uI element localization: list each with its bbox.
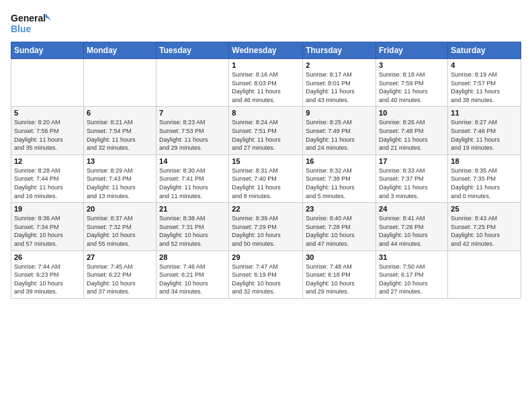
day-number: 30 — [306, 253, 373, 261]
day-info: Sunrise: 8:29 AM Sunset: 7:43 PM Dayligh… — [87, 167, 153, 200]
day-number: 14 — [159, 157, 226, 165]
day-number: 20 — [87, 205, 153, 213]
day-info: Sunrise: 8:17 AM Sunset: 8:01 PM Dayligh… — [306, 71, 373, 104]
day-cell: 31Sunrise: 7:50 AM Sunset: 6:17 PM Dayli… — [376, 250, 448, 298]
day-cell — [83, 59, 156, 107]
day-number: 17 — [379, 157, 445, 165]
day-info: Sunrise: 8:25 AM Sunset: 7:49 PM Dayligh… — [306, 118, 373, 152]
week-row-3: 19Sunrise: 8:36 AM Sunset: 7:34 PM Dayli… — [11, 203, 521, 250]
day-number: 1 — [232, 61, 300, 69]
day-number: 4 — [451, 61, 518, 69]
day-number: 10 — [379, 109, 445, 117]
day-number: 18 — [451, 157, 518, 165]
day-info: Sunrise: 8:32 AM Sunset: 7:38 PM Dayligh… — [306, 167, 373, 200]
day-number: 5 — [14, 109, 81, 117]
day-cell: 27Sunrise: 7:45 AM Sunset: 6:22 PM Dayli… — [83, 250, 156, 298]
day-info: Sunrise: 8:31 AM Sunset: 7:40 PM Dayligh… — [232, 167, 300, 200]
day-cell: 3Sunrise: 8:18 AM Sunset: 7:59 PM Daylig… — [376, 59, 448, 107]
day-info: Sunrise: 8:33 AM Sunset: 7:37 PM Dayligh… — [379, 167, 445, 200]
day-cell: 21Sunrise: 8:38 AM Sunset: 7:31 PM Dayli… — [157, 203, 229, 250]
header-tuesday: Tuesday — [157, 42, 229, 59]
day-number: 15 — [232, 157, 300, 165]
svg-text:General: General — [11, 13, 46, 24]
day-info: Sunrise: 8:16 AM Sunset: 8:03 PM Dayligh… — [232, 71, 300, 104]
day-info: Sunrise: 8:26 AM Sunset: 7:48 PM Dayligh… — [379, 118, 445, 152]
week-row-1: 5Sunrise: 8:20 AM Sunset: 7:56 PM Daylig… — [11, 107, 521, 154]
logo-svg: General Blue — [11, 11, 51, 38]
day-number: 25 — [451, 205, 518, 213]
day-info: Sunrise: 8:35 AM Sunset: 7:35 PM Dayligh… — [451, 167, 518, 200]
day-cell: 16Sunrise: 8:32 AM Sunset: 7:38 PM Dayli… — [303, 154, 376, 202]
day-cell: 14Sunrise: 8:30 AM Sunset: 7:41 PM Dayli… — [157, 154, 229, 202]
day-info: Sunrise: 8:18 AM Sunset: 7:59 PM Dayligh… — [379, 71, 445, 104]
day-info: Sunrise: 8:28 AM Sunset: 7:44 PM Dayligh… — [14, 167, 81, 200]
day-info: Sunrise: 7:48 AM Sunset: 6:18 PM Dayligh… — [306, 263, 373, 296]
day-number: 6 — [87, 109, 153, 117]
day-cell: 24Sunrise: 8:41 AM Sunset: 7:26 PM Dayli… — [376, 203, 448, 250]
day-number: 31 — [379, 253, 445, 261]
day-info: Sunrise: 8:24 AM Sunset: 7:51 PM Dayligh… — [232, 118, 300, 152]
day-cell — [11, 59, 84, 107]
day-cell: 28Sunrise: 7:46 AM Sunset: 6:21 PM Dayli… — [157, 250, 229, 298]
day-info: Sunrise: 8:19 AM Sunset: 7:57 PM Dayligh… — [451, 71, 518, 104]
header-wednesday: Wednesday — [229, 42, 303, 59]
day-number: 21 — [159, 205, 226, 213]
day-number: 3 — [379, 61, 445, 69]
day-number: 29 — [232, 253, 300, 261]
day-cell: 19Sunrise: 8:36 AM Sunset: 7:34 PM Dayli… — [11, 203, 84, 250]
week-row-0: 1Sunrise: 8:16 AM Sunset: 8:03 PM Daylig… — [11, 59, 521, 107]
svg-text:Blue: Blue — [11, 24, 32, 34]
day-info: Sunrise: 8:37 AM Sunset: 7:32 PM Dayligh… — [87, 214, 153, 248]
header-saturday: Saturday — [448, 42, 521, 59]
day-cell: 25Sunrise: 8:43 AM Sunset: 7:25 PM Dayli… — [448, 203, 521, 250]
header-thursday: Thursday — [303, 42, 376, 59]
day-cell: 13Sunrise: 8:29 AM Sunset: 7:43 PM Dayli… — [83, 154, 156, 202]
day-cell: 29Sunrise: 7:47 AM Sunset: 6:19 PM Dayli… — [229, 250, 303, 298]
week-row-2: 12Sunrise: 8:28 AM Sunset: 7:44 PM Dayli… — [11, 154, 521, 202]
calendar: SundayMondayTuesdayWednesdayThursdayFrid… — [11, 42, 521, 299]
day-number: 22 — [232, 205, 300, 213]
day-number: 13 — [87, 157, 153, 165]
day-number: 23 — [306, 205, 373, 213]
day-cell: 17Sunrise: 8:33 AM Sunset: 7:37 PM Dayli… — [376, 154, 448, 202]
day-info: Sunrise: 7:50 AM Sunset: 6:17 PM Dayligh… — [379, 263, 445, 296]
day-info: Sunrise: 8:39 AM Sunset: 7:29 PM Dayligh… — [232, 214, 300, 248]
day-info: Sunrise: 8:30 AM Sunset: 7:41 PM Dayligh… — [159, 167, 226, 200]
page: General Blue SundayMondayTuesdayWednesda… — [0, 0, 532, 306]
day-number: 26 — [14, 253, 81, 261]
day-cell — [448, 250, 521, 298]
day-info: Sunrise: 7:46 AM Sunset: 6:21 PM Dayligh… — [159, 263, 226, 296]
day-info: Sunrise: 8:38 AM Sunset: 7:31 PM Dayligh… — [159, 214, 226, 248]
day-info: Sunrise: 7:47 AM Sunset: 6:19 PM Dayligh… — [232, 263, 300, 296]
day-info: Sunrise: 8:43 AM Sunset: 7:25 PM Dayligh… — [451, 214, 518, 248]
header-friday: Friday — [376, 42, 448, 59]
day-cell: 10Sunrise: 8:26 AM Sunset: 7:48 PM Dayli… — [376, 107, 448, 154]
day-cell: 2Sunrise: 8:17 AM Sunset: 8:01 PM Daylig… — [303, 59, 376, 107]
day-cell — [157, 59, 229, 107]
day-number: 8 — [232, 109, 300, 117]
day-number: 11 — [451, 109, 518, 117]
day-number: 16 — [306, 157, 373, 165]
day-cell: 18Sunrise: 8:35 AM Sunset: 7:35 PM Dayli… — [448, 154, 521, 202]
day-cell: 4Sunrise: 8:19 AM Sunset: 7:57 PM Daylig… — [448, 59, 521, 107]
day-cell: 12Sunrise: 8:28 AM Sunset: 7:44 PM Dayli… — [11, 154, 84, 202]
day-cell: 9Sunrise: 8:25 AM Sunset: 7:49 PM Daylig… — [303, 107, 376, 154]
day-cell: 20Sunrise: 8:37 AM Sunset: 7:32 PM Dayli… — [83, 203, 156, 250]
day-number: 19 — [14, 205, 81, 213]
day-info: Sunrise: 8:40 AM Sunset: 7:28 PM Dayligh… — [306, 214, 373, 248]
day-info: Sunrise: 8:41 AM Sunset: 7:26 PM Dayligh… — [379, 214, 445, 248]
day-cell: 30Sunrise: 7:48 AM Sunset: 6:18 PM Dayli… — [303, 250, 376, 298]
day-number: 9 — [306, 109, 373, 117]
header-sunday: Sunday — [11, 42, 84, 59]
day-cell: 11Sunrise: 8:27 AM Sunset: 7:46 PM Dayli… — [448, 107, 521, 154]
day-number: 27 — [87, 253, 153, 261]
day-number: 28 — [159, 253, 226, 261]
day-cell: 22Sunrise: 8:39 AM Sunset: 7:29 PM Dayli… — [229, 203, 303, 250]
day-info: Sunrise: 7:45 AM Sunset: 6:22 PM Dayligh… — [87, 263, 153, 296]
header: General Blue — [11, 8, 521, 38]
svg-marker-2 — [46, 13, 51, 20]
day-info: Sunrise: 8:27 AM Sunset: 7:46 PM Dayligh… — [451, 118, 518, 152]
day-info: Sunrise: 8:23 AM Sunset: 7:53 PM Dayligh… — [159, 118, 226, 152]
day-info: Sunrise: 8:36 AM Sunset: 7:34 PM Dayligh… — [14, 214, 81, 248]
day-number: 2 — [306, 61, 373, 69]
